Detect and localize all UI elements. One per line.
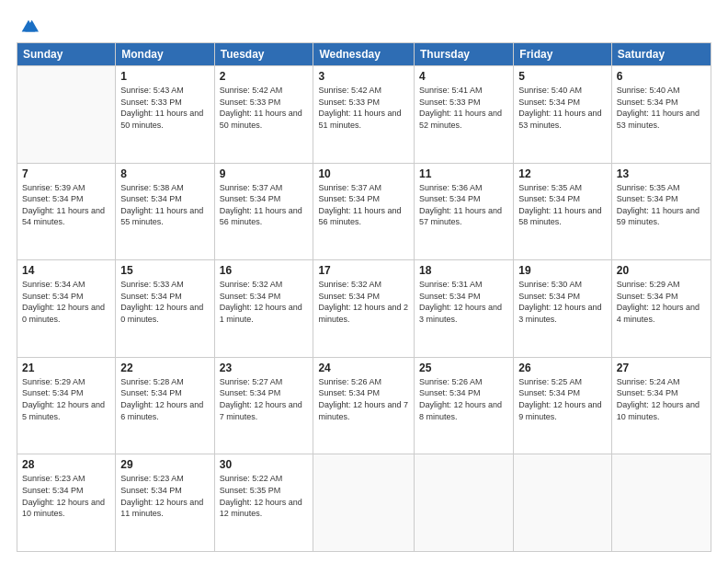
- calendar-cell: [313, 454, 415, 552]
- calendar-cell: 4Sunrise: 5:41 AMSunset: 5:33 PMDaylight…: [415, 66, 514, 164]
- calendar-cell: 26Sunrise: 5:25 AMSunset: 5:34 PMDayligh…: [514, 357, 612, 454]
- day-number: 12: [518, 167, 607, 180]
- day-number: 8: [120, 167, 209, 180]
- calendar-week-row: 1Sunrise: 5:43 AMSunset: 5:33 PMDaylight…: [17, 66, 711, 164]
- day-info: Sunrise: 5:36 AMSunset: 5:34 PMDaylight:…: [419, 182, 508, 228]
- day-info: Sunrise: 5:30 AMSunset: 5:34 PMDaylight:…: [518, 279, 607, 325]
- day-number: 25: [419, 362, 508, 374]
- calendar-cell: 22Sunrise: 5:28 AMSunset: 5:34 PMDayligh…: [116, 357, 214, 454]
- day-info: Sunrise: 5:40 AMSunset: 5:34 PMDaylight:…: [617, 85, 706, 131]
- logo: [17, 17, 39, 33]
- calendar-cell: 8Sunrise: 5:38 AMSunset: 5:34 PMDaylight…: [116, 163, 214, 260]
- calendar-cell: 25Sunrise: 5:26 AMSunset: 5:34 PMDayligh…: [415, 357, 514, 454]
- calendar-week-row: 7Sunrise: 5:39 AMSunset: 5:34 PMDaylight…: [17, 163, 711, 260]
- day-info: Sunrise: 5:37 AMSunset: 5:34 PMDaylight:…: [318, 182, 409, 228]
- day-info: Sunrise: 5:34 AMSunset: 5:34 PMDaylight:…: [22, 279, 110, 325]
- day-number: 26: [518, 362, 607, 374]
- day-number: 19: [518, 264, 607, 277]
- day-info: Sunrise: 5:33 AMSunset: 5:34 PMDaylight:…: [120, 279, 209, 325]
- calendar-cell: 17Sunrise: 5:32 AMSunset: 5:34 PMDayligh…: [313, 260, 415, 358]
- calendar-cell: 7Sunrise: 5:39 AMSunset: 5:34 PMDaylight…: [17, 163, 116, 260]
- calendar-cell: [17, 66, 116, 164]
- calendar-cell: 15Sunrise: 5:33 AMSunset: 5:34 PMDayligh…: [116, 260, 214, 358]
- calendar-cell: 27Sunrise: 5:24 AMSunset: 5:34 PMDayligh…: [611, 357, 711, 454]
- day-info: Sunrise: 5:40 AMSunset: 5:34 PMDaylight:…: [518, 85, 607, 131]
- calendar-cell: 29Sunrise: 5:23 AMSunset: 5:34 PMDayligh…: [116, 454, 214, 552]
- calendar-cell: 1Sunrise: 5:43 AMSunset: 5:33 PMDaylight…: [116, 66, 214, 164]
- calendar-cell: 24Sunrise: 5:26 AMSunset: 5:34 PMDayligh…: [313, 357, 415, 454]
- day-info: Sunrise: 5:42 AMSunset: 5:33 PMDaylight:…: [220, 85, 309, 131]
- weekday-header-tuesday: Tuesday: [214, 43, 313, 66]
- day-info: Sunrise: 5:41 AMSunset: 5:33 PMDaylight:…: [419, 85, 508, 131]
- day-info: Sunrise: 5:35 AMSunset: 5:34 PMDaylight:…: [617, 182, 706, 228]
- day-number: 6: [617, 70, 706, 83]
- day-info: Sunrise: 5:32 AMSunset: 5:34 PMDaylight:…: [220, 279, 309, 325]
- calendar-cell: 6Sunrise: 5:40 AMSunset: 5:34 PMDaylight…: [611, 66, 711, 164]
- day-info: Sunrise: 5:32 AMSunset: 5:34 PMDaylight:…: [318, 279, 409, 325]
- day-number: 18: [419, 264, 508, 277]
- day-info: Sunrise: 5:25 AMSunset: 5:34 PMDaylight:…: [518, 376, 607, 422]
- day-number: 28: [22, 458, 110, 471]
- day-info: Sunrise: 5:26 AMSunset: 5:34 PMDaylight:…: [318, 376, 409, 422]
- day-number: 22: [120, 362, 209, 374]
- day-info: Sunrise: 5:24 AMSunset: 5:34 PMDaylight:…: [617, 376, 706, 422]
- day-number: 7: [22, 167, 110, 180]
- day-info: Sunrise: 5:35 AMSunset: 5:34 PMDaylight:…: [518, 182, 607, 228]
- day-info: Sunrise: 5:39 AMSunset: 5:34 PMDaylight:…: [22, 182, 110, 228]
- day-info: Sunrise: 5:28 AMSunset: 5:34 PMDaylight:…: [120, 376, 209, 422]
- calendar-cell: 5Sunrise: 5:40 AMSunset: 5:34 PMDaylight…: [514, 66, 612, 164]
- day-info: Sunrise: 5:29 AMSunset: 5:34 PMDaylight:…: [22, 376, 110, 422]
- calendar-week-row: 21Sunrise: 5:29 AMSunset: 5:34 PMDayligh…: [17, 357, 711, 454]
- day-info: Sunrise: 5:29 AMSunset: 5:34 PMDaylight:…: [617, 279, 706, 325]
- day-number: 15: [120, 264, 209, 277]
- day-info: Sunrise: 5:22 AMSunset: 5:35 PMDaylight:…: [220, 473, 309, 519]
- day-info: Sunrise: 5:23 AMSunset: 5:34 PMDaylight:…: [120, 473, 209, 519]
- calendar-cell: 19Sunrise: 5:30 AMSunset: 5:34 PMDayligh…: [514, 260, 612, 358]
- calendar-cell: 21Sunrise: 5:29 AMSunset: 5:34 PMDayligh…: [17, 357, 116, 454]
- calendar-cell: 23Sunrise: 5:27 AMSunset: 5:34 PMDayligh…: [214, 357, 313, 454]
- day-number: 11: [419, 167, 508, 180]
- calendar-cell: 11Sunrise: 5:36 AMSunset: 5:34 PMDayligh…: [415, 163, 514, 260]
- day-number: 27: [617, 362, 706, 374]
- day-info: Sunrise: 5:43 AMSunset: 5:33 PMDaylight:…: [120, 85, 209, 131]
- calendar-cell: 2Sunrise: 5:42 AMSunset: 5:33 PMDaylight…: [214, 66, 313, 164]
- day-number: 20: [617, 264, 706, 277]
- day-number: 16: [220, 264, 309, 277]
- calendar-cell: 28Sunrise: 5:23 AMSunset: 5:34 PMDayligh…: [17, 454, 116, 552]
- calendar-cell: [415, 454, 514, 552]
- calendar-header-row: SundayMondayTuesdayWednesdayThursdayFrid…: [17, 43, 711, 66]
- calendar-cell: 12Sunrise: 5:35 AMSunset: 5:34 PMDayligh…: [514, 163, 612, 260]
- calendar-week-row: 14Sunrise: 5:34 AMSunset: 5:34 PMDayligh…: [17, 260, 711, 358]
- weekday-header-monday: Monday: [116, 43, 214, 66]
- calendar-cell: 14Sunrise: 5:34 AMSunset: 5:34 PMDayligh…: [17, 260, 116, 358]
- header: [17, 17, 711, 33]
- day-info: Sunrise: 5:31 AMSunset: 5:34 PMDaylight:…: [419, 279, 508, 325]
- calendar-cell: 20Sunrise: 5:29 AMSunset: 5:34 PMDayligh…: [611, 260, 711, 358]
- calendar-cell: 9Sunrise: 5:37 AMSunset: 5:34 PMDaylight…: [214, 163, 313, 260]
- day-number: 23: [220, 362, 309, 374]
- calendar-cell: 13Sunrise: 5:35 AMSunset: 5:34 PMDayligh…: [611, 163, 711, 260]
- day-number: 1: [120, 70, 209, 83]
- logo-icon: [18, 17, 39, 37]
- day-number: 24: [318, 362, 409, 374]
- calendar-week-row: 28Sunrise: 5:23 AMSunset: 5:34 PMDayligh…: [17, 454, 711, 552]
- day-info: Sunrise: 5:38 AMSunset: 5:34 PMDaylight:…: [120, 182, 209, 228]
- day-number: 29: [120, 458, 209, 471]
- day-number: 30: [220, 458, 309, 471]
- weekday-header-saturday: Saturday: [611, 43, 711, 66]
- calendar-cell: 10Sunrise: 5:37 AMSunset: 5:34 PMDayligh…: [313, 163, 415, 260]
- day-number: 3: [318, 70, 409, 83]
- day-number: 2: [220, 70, 309, 83]
- calendar-cell: 30Sunrise: 5:22 AMSunset: 5:35 PMDayligh…: [214, 454, 313, 552]
- day-info: Sunrise: 5:26 AMSunset: 5:34 PMDaylight:…: [419, 376, 508, 422]
- day-number: 9: [220, 167, 309, 180]
- page: SundayMondayTuesdayWednesdayThursdayFrid…: [0, 0, 728, 563]
- weekday-header-sunday: Sunday: [17, 43, 116, 66]
- calendar-table: SundayMondayTuesdayWednesdayThursdayFrid…: [17, 42, 711, 552]
- day-info: Sunrise: 5:42 AMSunset: 5:33 PMDaylight:…: [318, 85, 409, 131]
- day-info: Sunrise: 5:37 AMSunset: 5:34 PMDaylight:…: [220, 182, 309, 228]
- day-number: 21: [22, 362, 110, 374]
- day-number: 13: [617, 167, 706, 180]
- day-number: 5: [518, 70, 607, 83]
- calendar-cell: 18Sunrise: 5:31 AMSunset: 5:34 PMDayligh…: [415, 260, 514, 358]
